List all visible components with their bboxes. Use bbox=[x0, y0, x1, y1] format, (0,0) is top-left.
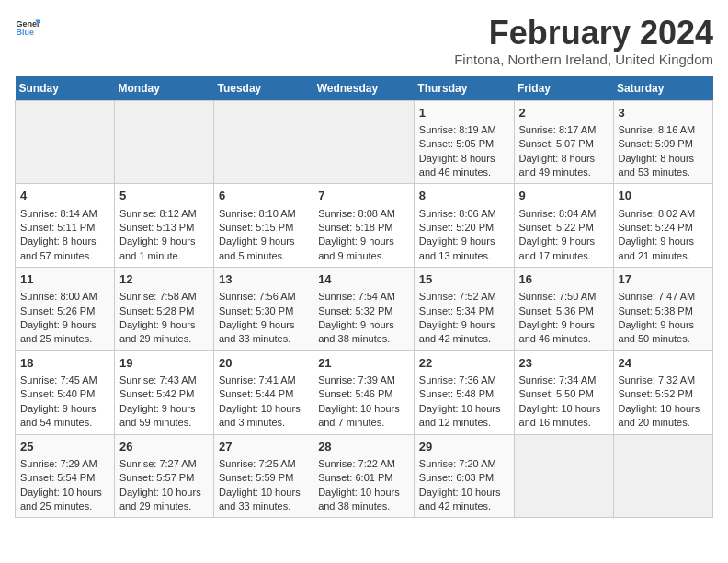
day-number: 6 bbox=[219, 188, 308, 204]
day-info: Sunrise: 8:10 AM bbox=[219, 207, 308, 221]
calendar-cell: 16Sunrise: 7:50 AMSunset: 5:36 PMDayligh… bbox=[514, 268, 613, 351]
calendar-cell: 9Sunrise: 8:04 AMSunset: 5:22 PMDaylight… bbox=[514, 184, 613, 268]
day-info: Sunrise: 7:34 AM bbox=[519, 373, 609, 387]
calendar-header-row: SundayMondayTuesdayWednesdayThursdayFrid… bbox=[16, 76, 713, 101]
day-info: Sunset: 5:36 PM bbox=[519, 304, 609, 318]
day-number: 1 bbox=[419, 105, 509, 121]
day-info: Sunset: 5:54 PM bbox=[20, 471, 109, 485]
day-number: 27 bbox=[219, 439, 308, 455]
day-number: 16 bbox=[519, 271, 609, 288]
day-info: Sunrise: 8:14 AM bbox=[20, 207, 109, 221]
calendar-cell: 21Sunrise: 7:39 AMSunset: 5:46 PMDayligh… bbox=[313, 350, 415, 434]
day-number: 2 bbox=[519, 105, 609, 121]
day-info: Sunrise: 7:39 AM bbox=[318, 373, 409, 387]
day-number: 10 bbox=[619, 188, 708, 204]
main-title: February 2024 bbox=[454, 15, 713, 52]
day-info: Sunset: 5:15 PM bbox=[219, 221, 308, 235]
day-info: Daylight: 9 hours and 38 minutes. bbox=[318, 318, 409, 347]
day-info: Sunrise: 8:12 AM bbox=[119, 207, 209, 221]
col-header-wednesday: Wednesday bbox=[313, 76, 415, 101]
day-number: 14 bbox=[318, 271, 409, 288]
calendar-cell: 24Sunrise: 7:32 AMSunset: 5:52 PMDayligh… bbox=[613, 350, 712, 434]
day-number: 13 bbox=[219, 271, 308, 288]
calendar-cell: 27Sunrise: 7:25 AMSunset: 5:59 PMDayligh… bbox=[213, 434, 313, 518]
day-info: Sunset: 5:59 PM bbox=[219, 471, 308, 485]
day-info: Sunrise: 7:25 AM bbox=[219, 457, 308, 471]
calendar-cell: 10Sunrise: 8:02 AMSunset: 5:24 PMDayligh… bbox=[613, 184, 712, 268]
calendar-cell: 7Sunrise: 8:08 AMSunset: 5:18 PMDaylight… bbox=[313, 184, 415, 268]
calendar-week-row: 4Sunrise: 8:14 AMSunset: 5:11 PMDaylight… bbox=[16, 184, 713, 268]
day-number: 28 bbox=[318, 439, 409, 455]
day-info: Daylight: 9 hours and 46 minutes. bbox=[519, 318, 609, 347]
day-number: 8 bbox=[419, 188, 509, 204]
calendar-cell bbox=[16, 100, 115, 184]
day-info: Sunrise: 8:06 AM bbox=[419, 207, 509, 221]
day-info: Sunset: 5:50 PM bbox=[519, 387, 609, 401]
day-number: 20 bbox=[219, 355, 308, 372]
day-info: Daylight: 8 hours and 49 minutes. bbox=[519, 152, 609, 180]
day-info: Sunset: 5:18 PM bbox=[318, 221, 409, 235]
col-header-monday: Monday bbox=[114, 76, 213, 101]
day-info: Sunrise: 7:43 AM bbox=[119, 373, 209, 387]
logo-icon: General Blue bbox=[15, 15, 40, 40]
day-info: Sunset: 5:40 PM bbox=[20, 387, 109, 401]
calendar-cell: 19Sunrise: 7:43 AMSunset: 5:42 PMDayligh… bbox=[114, 350, 213, 434]
calendar-table: SundayMondayTuesdayWednesdayThursdayFrid… bbox=[15, 76, 713, 519]
day-number: 18 bbox=[20, 355, 109, 372]
day-info: Sunset: 5:34 PM bbox=[419, 304, 509, 318]
day-info: Daylight: 9 hours and 54 minutes. bbox=[20, 402, 109, 431]
calendar-cell: 2Sunrise: 8:17 AMSunset: 5:07 PMDaylight… bbox=[514, 100, 613, 184]
calendar-cell: 26Sunrise: 7:27 AMSunset: 5:57 PMDayligh… bbox=[114, 434, 213, 518]
calendar-cell: 11Sunrise: 8:00 AMSunset: 5:26 PMDayligh… bbox=[16, 268, 115, 351]
calendar-cell: 18Sunrise: 7:45 AMSunset: 5:40 PMDayligh… bbox=[16, 350, 115, 434]
subtitle: Fintona, Northern Ireland, United Kingdo… bbox=[454, 52, 713, 67]
day-info: Sunrise: 8:00 AM bbox=[20, 290, 109, 304]
day-info: Sunset: 5:30 PM bbox=[219, 304, 308, 318]
day-info: Sunset: 5:09 PM bbox=[619, 137, 708, 151]
day-info: Sunset: 6:03 PM bbox=[419, 471, 509, 485]
day-number: 26 bbox=[119, 439, 209, 455]
calendar-cell bbox=[613, 434, 712, 518]
calendar-cell bbox=[213, 100, 313, 184]
calendar-week-row: 1Sunrise: 8:19 AMSunset: 5:05 PMDaylight… bbox=[16, 100, 713, 184]
day-info: Sunset: 5:38 PM bbox=[619, 304, 708, 318]
day-info: Sunrise: 7:54 AM bbox=[318, 290, 409, 304]
day-info: Daylight: 9 hours and 21 minutes. bbox=[619, 235, 708, 263]
calendar-cell bbox=[313, 100, 415, 184]
day-info: Sunset: 5:05 PM bbox=[419, 137, 509, 151]
col-header-sunday: Sunday bbox=[16, 76, 115, 101]
calendar-cell: 8Sunrise: 8:06 AMSunset: 5:20 PMDaylight… bbox=[414, 184, 514, 268]
day-info: Daylight: 8 hours and 53 minutes. bbox=[619, 152, 708, 180]
day-info: Daylight: 10 hours and 3 minutes. bbox=[219, 402, 308, 431]
calendar-cell: 12Sunrise: 7:58 AMSunset: 5:28 PMDayligh… bbox=[114, 268, 213, 351]
day-info: Daylight: 10 hours and 7 minutes. bbox=[318, 402, 409, 431]
day-info: Daylight: 9 hours and 59 minutes. bbox=[119, 402, 209, 431]
calendar-cell bbox=[114, 100, 213, 184]
day-info: Sunrise: 7:20 AM bbox=[419, 457, 509, 471]
calendar-week-row: 25Sunrise: 7:29 AMSunset: 5:54 PMDayligh… bbox=[16, 434, 713, 518]
col-header-tuesday: Tuesday bbox=[213, 76, 313, 101]
day-info: Sunrise: 7:47 AM bbox=[619, 290, 708, 304]
day-number: 25 bbox=[20, 439, 109, 455]
day-info: Sunset: 5:57 PM bbox=[119, 471, 209, 485]
calendar-cell: 13Sunrise: 7:56 AMSunset: 5:30 PMDayligh… bbox=[213, 268, 313, 351]
day-info: Sunset: 5:07 PM bbox=[519, 137, 609, 151]
day-info: Sunrise: 7:50 AM bbox=[519, 290, 609, 304]
col-header-thursday: Thursday bbox=[414, 76, 514, 101]
day-info: Daylight: 9 hours and 33 minutes. bbox=[219, 318, 308, 347]
day-info: Daylight: 10 hours and 25 minutes. bbox=[20, 486, 109, 514]
day-info: Daylight: 9 hours and 5 minutes. bbox=[219, 235, 308, 263]
calendar-cell: 29Sunrise: 7:20 AMSunset: 6:03 PMDayligh… bbox=[414, 434, 514, 518]
day-info: Sunrise: 7:36 AM bbox=[419, 373, 509, 387]
calendar-cell: 3Sunrise: 8:16 AMSunset: 5:09 PMDaylight… bbox=[613, 100, 712, 184]
title-section: February 2024 Fintona, Northern Ireland,… bbox=[454, 15, 713, 67]
day-info: Sunrise: 7:22 AM bbox=[318, 457, 409, 471]
day-info: Daylight: 9 hours and 50 minutes. bbox=[619, 318, 708, 347]
calendar-cell: 1Sunrise: 8:19 AMSunset: 5:05 PMDaylight… bbox=[414, 100, 514, 184]
calendar-cell bbox=[514, 434, 613, 518]
day-info: Daylight: 9 hours and 1 minute. bbox=[119, 235, 209, 263]
day-number: 3 bbox=[619, 105, 708, 121]
day-number: 15 bbox=[419, 271, 509, 288]
day-info: Daylight: 10 hours and 29 minutes. bbox=[119, 486, 209, 514]
calendar-cell: 4Sunrise: 8:14 AMSunset: 5:11 PMDaylight… bbox=[16, 184, 115, 268]
